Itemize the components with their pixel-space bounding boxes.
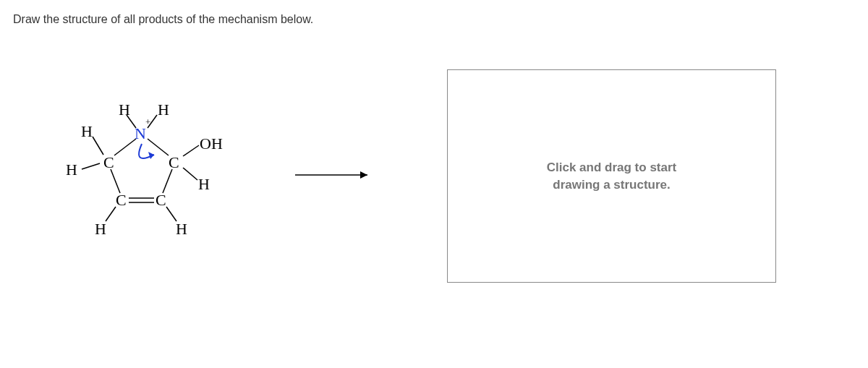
content: H H + N H C C OH H H C C H H Click and d…: [13, 69, 855, 283]
drawing-canvas[interactable]: Click and drag to start drawing a struct…: [447, 69, 776, 283]
atom-C-bottom-left: C: [116, 191, 127, 210]
svg-line-1: [148, 139, 169, 155]
molecule-structure: H H + N H C C OH H H C C H H: [49, 97, 252, 256]
svg-line-0: [114, 139, 136, 155]
atom-H-left: H: [66, 161, 77, 179]
svg-line-3: [163, 169, 172, 193]
atom-H-top-left: H: [119, 100, 130, 119]
svg-line-11: [183, 168, 197, 180]
atom-H-bottom-left: H: [95, 220, 106, 239]
svg-line-13: [166, 207, 176, 221]
svg-line-10: [183, 145, 199, 156]
atom-C-left: C: [103, 153, 114, 172]
atom-H-upper-left: H: [81, 122, 93, 141]
atom-C-bottom-right: C: [156, 191, 166, 210]
placeholder-line2: drawing a structure.: [553, 178, 670, 192]
atom-C-right: C: [169, 153, 179, 172]
canvas-placeholder: Click and drag to start drawing a struct…: [547, 159, 676, 194]
svg-marker-14: [148, 152, 154, 159]
svg-line-9: [82, 163, 100, 169]
svg-line-12: [106, 207, 116, 221]
svg-marker-16: [360, 171, 367, 179]
placeholder-line1: Click and drag to start: [547, 161, 676, 174]
atom-H-top-right: H: [158, 100, 169, 119]
svg-line-2: [111, 169, 120, 193]
charge-plus: +: [145, 116, 150, 128]
atom-H-bottom-right: H: [176, 220, 187, 239]
atom-H-right-inner: H: [198, 175, 210, 194]
svg-line-8: [93, 137, 103, 155]
prompt-text: Draw the structure of all products of th…: [13, 13, 855, 26]
reaction-arrow: [295, 168, 375, 185]
atom-N: N: [135, 124, 146, 143]
group-OH: OH: [200, 134, 223, 153]
